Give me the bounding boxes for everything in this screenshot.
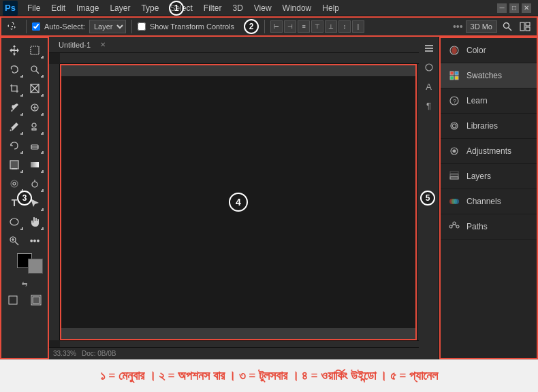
move-tool-icon[interactable] xyxy=(5,19,20,34)
layers-panel-label: Layers xyxy=(466,172,491,181)
transform-controls-checkbox[interactable] xyxy=(138,22,146,31)
align-bottom-icon[interactable]: ↕ xyxy=(338,20,351,33)
svg-point-24 xyxy=(10,218,18,225)
panel-toggle-1[interactable] xyxy=(420,39,438,57)
dodge-tool[interactable] xyxy=(25,174,45,193)
background-color[interactable] xyxy=(28,259,43,274)
svg-rect-48 xyxy=(450,172,458,174)
menu-file[interactable]: File xyxy=(22,2,46,14)
search-icon[interactable] xyxy=(500,19,515,34)
text-panel-icon[interactable]: A xyxy=(420,78,438,95)
gradient-tool[interactable] xyxy=(25,155,45,174)
svg-point-14 xyxy=(32,123,36,127)
toolbar: 3 xyxy=(0,37,49,359)
fill-tool[interactable] xyxy=(4,155,25,174)
3d-mode-btn[interactable]: 3D Mo xyxy=(466,20,497,33)
distribute-icon[interactable]: | xyxy=(352,20,364,33)
paths-panel-icon xyxy=(447,220,461,233)
libraries-panel-icon xyxy=(447,119,461,133)
svg-rect-31 xyxy=(33,297,39,304)
standard-mode-btn[interactable] xyxy=(3,291,23,310)
tool-row-10 xyxy=(1,212,48,231)
lasso-tool[interactable] xyxy=(4,60,25,79)
svg-line-26 xyxy=(15,242,18,245)
mode-buttons xyxy=(3,291,46,310)
ellipse-tool[interactable] xyxy=(4,212,25,231)
maximize-btn[interactable]: □ xyxy=(509,3,519,13)
tool-row-2 xyxy=(1,60,48,79)
panel-color[interactable]: Color xyxy=(441,38,537,63)
svg-rect-5 xyxy=(31,46,39,54)
canvas-tab[interactable]: Untitled-1 xyxy=(53,41,96,49)
menu-filter[interactable]: Filter xyxy=(198,2,227,14)
annotation-2: 2 xyxy=(244,19,259,34)
auto-select-label: Auto-Select: xyxy=(44,22,85,31)
eraser-tool[interactable] xyxy=(25,136,45,155)
align-top-icon[interactable]: ⊤ xyxy=(311,20,323,33)
panel-adjustments[interactable]: Adjustments xyxy=(441,139,537,164)
canvas-row: 4 xyxy=(49,53,419,347)
tab-close-btn[interactable]: ✕ xyxy=(100,41,106,48)
main-area: 3 xyxy=(0,37,538,359)
separator-1 xyxy=(26,20,27,33)
svg-point-0 xyxy=(504,23,509,29)
hand-tool[interactable] xyxy=(25,212,45,231)
svg-point-20 xyxy=(11,180,18,187)
heal-tool[interactable] xyxy=(25,98,45,117)
screen-mode-btn[interactable] xyxy=(26,291,46,310)
history-brush-tool[interactable] xyxy=(4,136,25,155)
more-tools[interactable]: ••• xyxy=(25,231,45,250)
frame-tool[interactable] xyxy=(25,79,45,98)
tool-row-3 xyxy=(1,79,48,98)
svg-point-54 xyxy=(453,222,456,225)
menu-3d[interactable]: 3D xyxy=(227,2,248,14)
svg-rect-46 xyxy=(450,177,458,179)
align-middle-icon[interactable]: ⊥ xyxy=(325,20,337,33)
menu-image[interactable]: Image xyxy=(71,2,104,14)
menu-window[interactable]: Window xyxy=(277,2,317,14)
panel-paths[interactable]: Paths xyxy=(441,214,537,240)
tool-row-1 xyxy=(1,41,48,60)
status-bar: 33.33% Doc: 0B/0B xyxy=(49,347,419,359)
panel-learn[interactable]: ? Learn xyxy=(441,88,537,114)
minimize-btn[interactable]: ─ xyxy=(497,3,507,13)
auto-select-checkbox[interactable] xyxy=(32,22,40,31)
crop-tool[interactable] xyxy=(4,79,25,98)
align-center-h-icon[interactable]: ⊣ xyxy=(284,20,296,33)
learn-panel-icon: ? xyxy=(447,94,461,108)
tool-row-5 xyxy=(1,117,48,136)
quick-select-tool[interactable] xyxy=(25,60,45,79)
more-options-icon[interactable]: ••• xyxy=(453,21,463,32)
svg-rect-40 xyxy=(455,76,458,80)
canvas-main-row: 4 xyxy=(49,64,419,340)
workspace-icon[interactable] xyxy=(518,19,533,34)
menu-type[interactable]: Type xyxy=(136,2,164,14)
svg-point-22 xyxy=(32,182,37,187)
move-tool[interactable] xyxy=(4,41,25,60)
tab-bar: Untitled-1 ✕ xyxy=(49,37,419,53)
panel-channels[interactable]: Channels xyxy=(441,189,537,214)
panel-swatches[interactable]: Swatches xyxy=(441,63,537,88)
menu-view[interactable]: View xyxy=(249,2,277,14)
panel-layers[interactable]: Layers xyxy=(441,164,537,189)
stamp-tool[interactable] xyxy=(25,117,45,136)
menu-layer[interactable]: Layer xyxy=(104,2,136,14)
menu-help[interactable]: Help xyxy=(317,2,345,14)
canvas-wrapper: Untitled-1 ✕ 4 xyxy=(49,37,419,359)
layer-select[interactable]: Layer xyxy=(89,20,126,33)
panel-toggle-2[interactable] xyxy=(420,59,438,76)
swap-colors-icon[interactable]: ⇆ xyxy=(22,280,27,288)
paragraph-icon[interactable]: ¶ xyxy=(420,97,438,114)
scrollbar-horizontal[interactable] xyxy=(60,340,419,347)
menu-edit[interactable]: Edit xyxy=(46,2,71,14)
close-btn[interactable]: ✕ xyxy=(522,3,531,13)
panel-libraries[interactable]: Libraries xyxy=(441,114,537,139)
align-left-icon[interactable]: ⊢ xyxy=(270,20,283,33)
marquee-tool[interactable] xyxy=(25,41,45,60)
align-right-icon[interactable]: ≡ xyxy=(298,20,310,33)
brush-tool[interactable] xyxy=(4,117,25,136)
zoom-tool[interactable] xyxy=(4,231,25,250)
svg-rect-39 xyxy=(450,76,454,80)
eyedropper-tool[interactable] xyxy=(4,98,25,117)
align-icons: ⊢ ⊣ ≡ ⊤ ⊥ ↕ | xyxy=(270,20,364,33)
